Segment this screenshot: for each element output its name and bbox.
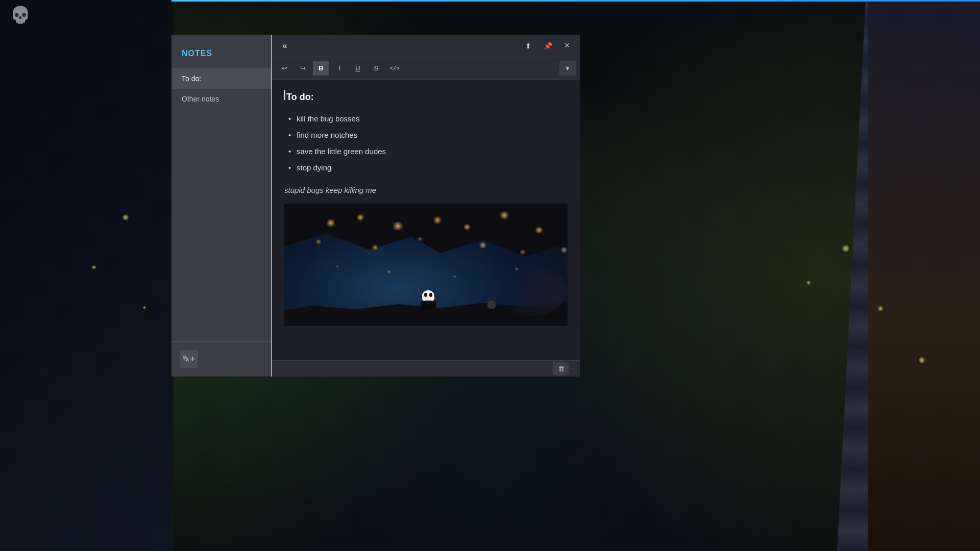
sidebar-title: NOTES	[172, 35, 271, 68]
bold-button[interactable]: B	[313, 61, 329, 76]
list-item: kill the bug bosses	[284, 113, 568, 125]
todo-list: kill the bug bosses find more notches sa…	[284, 113, 568, 174]
underline-button[interactable]: U	[350, 61, 366, 76]
knight-character	[420, 290, 436, 311]
code-icon: </>	[389, 65, 400, 71]
resize-handle[interactable]: ⋯	[571, 366, 576, 371]
editor-container: « ⬆ 📌 × ↩ ↪	[271, 35, 580, 377]
dropdown-icon: ▾	[566, 65, 569, 72]
bg-orb-5	[878, 306, 883, 311]
redo-button[interactable]: ↪	[295, 61, 311, 76]
sidebar-item-other[interactable]: Other notes	[172, 89, 271, 109]
sidebar-bottom: ✎+	[172, 341, 271, 377]
strikethrough-button[interactable]: S	[368, 61, 384, 76]
note-title: To do:	[284, 90, 568, 105]
glow-11	[315, 239, 322, 244]
glow-13	[417, 237, 423, 241]
text-cursor	[284, 90, 285, 100]
redo-icon: ↪	[300, 64, 306, 72]
hk-scene	[284, 204, 568, 326]
bg-left	[0, 0, 174, 551]
bg-skull-icon: 💀	[10, 5, 31, 24]
list-item: find more notches	[284, 129, 568, 141]
topbar-right: ⬆ 📌 ×	[521, 38, 575, 54]
bg-orb-2	[92, 265, 96, 269]
bg-orb-3	[143, 306, 146, 309]
glow-16	[560, 247, 568, 253]
bg-orb-7	[919, 357, 925, 363]
sidebar-item-todo[interactable]: To do:	[172, 68, 271, 89]
glow-2	[356, 214, 365, 221]
list-item: save the little green dudes	[284, 145, 568, 158]
delete-button[interactable]: 🗑	[553, 362, 569, 375]
toolbar-right-area: ▾	[559, 61, 576, 76]
toolbar: ↩ ↪ B I U S </> ▾	[272, 57, 580, 80]
bottom-bar: 🗑 ⋯	[272, 360, 580, 377]
toolbar-dropdown-button[interactable]: ▾	[559, 61, 576, 76]
bg-orb-1	[122, 214, 129, 220]
main-panel: NOTES To do: Other notes ✎+ « ⬆	[172, 35, 580, 377]
strikethrough-icon: S	[374, 64, 379, 72]
glow-20	[386, 270, 391, 273]
close-button[interactable]: ×	[559, 38, 575, 54]
glow-6	[499, 211, 510, 219]
game-canvas	[284, 204, 568, 326]
glow-4	[432, 216, 443, 224]
sidebar: NOTES To do: Other notes ✎+	[172, 35, 271, 377]
italic-button[interactable]: I	[331, 61, 348, 76]
undo-button[interactable]: ↩	[276, 61, 292, 76]
top-accent-line	[172, 0, 980, 2]
game-screenshot	[284, 204, 568, 326]
topbar-left: «	[277, 38, 292, 54]
glow-5	[463, 224, 471, 230]
knight-cloak	[420, 302, 436, 311]
glow-15	[519, 249, 526, 255]
trash-icon: 🗑	[558, 365, 565, 372]
editor-content[interactable]: To do: kill the bug bosses find more not…	[272, 80, 580, 360]
list-item: stop dying	[284, 162, 568, 174]
arch-right	[837, 0, 980, 551]
shadow-blob	[491, 265, 568, 316]
glow-14	[478, 242, 487, 248]
glow-7	[534, 227, 544, 234]
underline-icon: U	[355, 64, 360, 72]
bg-orb-6	[806, 281, 811, 285]
back-button[interactable]: «	[277, 38, 292, 54]
pin-icon: 📌	[544, 42, 552, 50]
glow-21	[453, 275, 457, 278]
code-button[interactable]: </>	[386, 61, 403, 76]
bg-orb-4	[842, 245, 849, 252]
bold-icon: B	[318, 64, 323, 72]
new-note-icon: ✎+	[182, 354, 195, 365]
italic-icon: I	[338, 64, 340, 72]
back-icon: «	[283, 41, 287, 51]
glow-1	[325, 219, 336, 227]
sync-button[interactable]: ⬆	[521, 38, 536, 54]
pin-button[interactable]: 📌	[540, 38, 555, 54]
close-icon: ×	[565, 40, 570, 51]
undo-icon: ↩	[282, 64, 287, 72]
knight-head	[422, 290, 434, 302]
new-note-button[interactable]: ✎+	[180, 350, 198, 368]
glow-12	[371, 244, 379, 251]
sync-icon: ⬆	[525, 42, 531, 50]
topbar: « ⬆ 📌 ×	[272, 35, 580, 57]
glow-19	[335, 265, 339, 268]
glow-3	[391, 221, 404, 231]
italic-note: stupid bugs keep killing me	[284, 184, 568, 196]
